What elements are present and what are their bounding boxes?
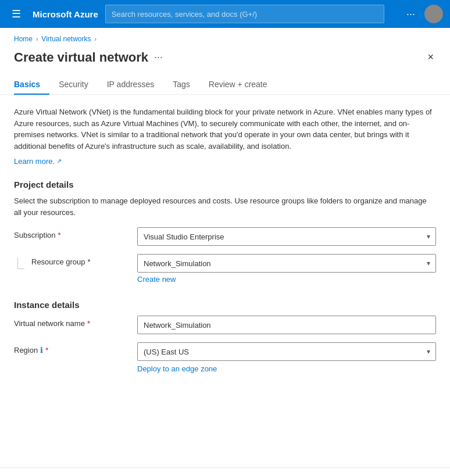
description-text: Azure Virtual Network (VNet) is the fund… — [14, 106, 436, 152]
subscription-dropdown[interactable]: Visual Studio Enterprise — [137, 227, 436, 246]
vnet-name-required: * — [87, 319, 90, 328]
breadcrumb: Home › Virtual networks › — [0, 28, 450, 46]
breadcrumb-separator-1: › — [36, 36, 38, 42]
region-required: * — [45, 346, 48, 355]
tab-review-create[interactable]: Review + create — [199, 75, 277, 95]
more-options-icon[interactable]: ··· — [402, 6, 420, 23]
tab-ip-addresses[interactable]: IP addresses — [98, 75, 163, 95]
indent-decoration — [14, 257, 24, 269]
resource-group-label-area: Resource group * — [14, 254, 130, 269]
topbar-right: ··· — [402, 5, 443, 23]
close-button[interactable]: × — [425, 49, 436, 66]
azure-logo: Microsoft Azure — [33, 9, 98, 19]
page-title: Create virtual network — [14, 50, 148, 65]
breadcrumb-home[interactable]: Home — [14, 35, 33, 43]
project-details-desc: Select the subscription to manage deploy… — [14, 195, 436, 218]
tabs-container: Basics Security IP addresses Tags Review… — [0, 75, 450, 95]
region-label: Region ℹ * — [14, 342, 130, 355]
footer: Previous Next Review + create 💬 Give fee… — [0, 467, 450, 476]
create-new-link[interactable]: Create new — [137, 275, 176, 284]
resource-group-required: * — [88, 257, 91, 266]
search-bar[interactable] — [105, 5, 384, 23]
tab-basics[interactable]: Basics — [14, 75, 49, 95]
topbar: ☰ Microsoft Azure ··· — [0, 0, 450, 28]
region-dropdown[interactable]: (US) East US — [137, 342, 436, 361]
learn-more-link[interactable]: Learn more. ↗ — [14, 157, 62, 166]
deploy-edge-link[interactable]: Deploy to an edge zone — [137, 364, 217, 373]
tab-tags[interactable]: Tags — [163, 75, 199, 95]
vnet-name-row: Virtual network name * — [14, 316, 436, 334]
subscription-row: Subscription * Visual Studio Enterprise … — [14, 227, 436, 246]
resource-group-control: Network_Simulation ▾ Create new — [137, 254, 436, 284]
page-options-icon[interactable]: ··· — [154, 51, 163, 63]
external-link-icon: ↗ — [56, 158, 62, 165]
tab-security[interactable]: Security — [49, 75, 98, 95]
region-dropdown-wrapper: (US) East US ▾ — [137, 342, 436, 361]
region-control: (US) East US ▾ Deploy to an edge zone — [137, 342, 436, 373]
vnet-name-input[interactable] — [137, 316, 436, 334]
content-body: Azure Virtual Network (VNet) is the fund… — [0, 95, 450, 467]
breadcrumb-virtual-networks[interactable]: Virtual networks — [41, 35, 91, 43]
page-title-row: Create virtual network ··· — [14, 50, 163, 65]
resource-group-dropdown-wrapper: Network_Simulation ▾ — [137, 254, 436, 273]
hamburger-icon[interactable]: ☰ — [7, 5, 26, 23]
resource-group-label: Resource group * — [27, 257, 91, 266]
page-header: Create virtual network ··· × — [0, 46, 450, 75]
resource-group-dropdown[interactable]: Network_Simulation — [137, 254, 436, 273]
vnet-name-control — [137, 316, 436, 334]
subscription-label: Subscription * — [14, 227, 130, 239]
learn-more-text: Learn more. — [14, 157, 55, 166]
project-details-heading: Project details — [14, 180, 436, 189]
subscription-required: * — [58, 231, 61, 239]
vnet-name-label: Virtual network name * — [14, 316, 130, 328]
subscription-control: Visual Studio Enterprise ▾ — [137, 227, 436, 246]
main-container: Home › Virtual networks › Create virtual… — [0, 28, 450, 476]
instance-details-heading: Instance details — [14, 300, 436, 310]
search-input[interactable] — [112, 10, 378, 19]
region-info-icon[interactable]: ℹ — [40, 346, 43, 355]
breadcrumb-separator-2: › — [95, 36, 97, 42]
region-row: Region ℹ * (US) East US ▾ Deploy to an e… — [14, 342, 436, 373]
subscription-dropdown-wrapper: Visual Studio Enterprise ▾ — [137, 227, 436, 246]
learn-more-container: Learn more. ↗ — [14, 156, 436, 166]
resource-group-row: Resource group * Network_Simulation ▾ Cr… — [14, 254, 436, 284]
avatar[interactable] — [424, 5, 443, 23]
